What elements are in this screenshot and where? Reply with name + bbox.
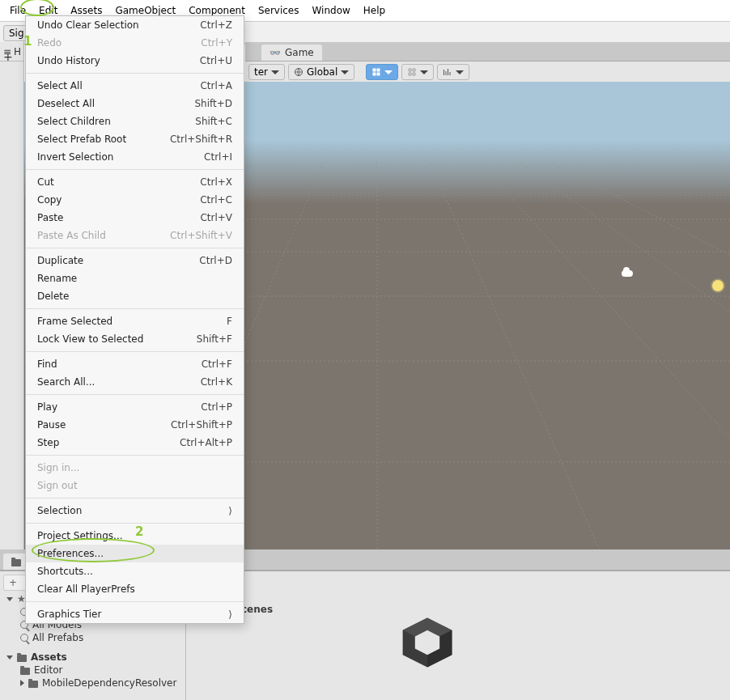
menu-item-rename[interactable]: Rename bbox=[26, 269, 244, 287]
folder-icon bbox=[28, 681, 38, 688]
assets-editor-folder[interactable]: Editor bbox=[3, 664, 182, 677]
menu-item-delete[interactable]: Delete bbox=[26, 287, 244, 305]
menu-item-select-prefab-root[interactable]: Select Prefab RootCtrl+Shift+R bbox=[26, 130, 244, 148]
snap-icon bbox=[407, 67, 417, 77]
project-content-area[interactable]: cenes bbox=[186, 571, 730, 700]
favorites-all-prefabs[interactable]: All Prefabs bbox=[3, 631, 182, 644]
menu-item-lock-view-to-selected[interactable]: Lock View to SelectedShift+F bbox=[26, 330, 244, 348]
folder-icon bbox=[17, 655, 27, 662]
menu-item-selection[interactable]: Selection⟩ bbox=[26, 502, 244, 520]
edit-menu-popup: Undo Clear SelectionCtrl+ZRedoCtrl+YUndo… bbox=[25, 15, 244, 624]
menu-item-paste-as-child: Paste As ChildCtrl+Shift+V bbox=[26, 227, 244, 244]
toolbar-grid-button[interactable] bbox=[366, 64, 398, 80]
search-icon bbox=[20, 634, 28, 642]
svg-line-19 bbox=[520, 163, 730, 571]
menu-separator bbox=[26, 351, 244, 352]
scene-toolbar: ter Global bbox=[245, 62, 730, 83]
menu-item-sign-out: Sign out bbox=[26, 477, 244, 494]
folder-icon bbox=[11, 559, 21, 566]
unity-asset-icon[interactable] bbox=[397, 612, 458, 673]
globe-icon bbox=[294, 67, 303, 77]
hierarchy-panel-edge: ≡H bbox=[0, 42, 24, 580]
menu-item-pause[interactable]: PauseCtrl+Shift+P bbox=[26, 416, 244, 434]
scene-tabs: 👓 Game bbox=[245, 42, 730, 62]
svg-rect-4 bbox=[377, 72, 380, 75]
increment-icon bbox=[443, 67, 452, 77]
svg-line-21 bbox=[552, 163, 730, 571]
menu-separator bbox=[26, 248, 244, 248]
menu-separator bbox=[26, 394, 244, 395]
menu-separator bbox=[26, 169, 244, 170]
svg-rect-2 bbox=[377, 68, 380, 71]
toolbar-increment-button[interactable] bbox=[437, 64, 469, 80]
toolbar-global-dropdown[interactable]: Global bbox=[288, 64, 354, 80]
menu-separator bbox=[26, 73, 244, 74]
menu-item-preferences[interactable]: Preferences... bbox=[26, 545, 244, 562]
menu-separator bbox=[26, 308, 244, 309]
menu-item-frame-selected[interactable]: Frame SelectedF bbox=[26, 312, 244, 330]
svg-rect-3 bbox=[373, 72, 376, 75]
menu-item-invert-selection[interactable]: Invert SelectionCtrl+I bbox=[26, 148, 244, 166]
menu-item-paste[interactable]: PasteCtrl+V bbox=[26, 209, 244, 227]
menu-item-cut[interactable]: CutCtrl+X bbox=[26, 173, 244, 191]
menu-item-duplicate[interactable]: DuplicateCtrl+D bbox=[26, 252, 244, 269]
game-icon: 👓 bbox=[270, 48, 281, 58]
menu-separator bbox=[26, 498, 244, 498]
menu-item-select-all[interactable]: Select AllCtrl+A bbox=[26, 77, 244, 95]
svg-line-17 bbox=[479, 163, 730, 571]
menu-item-clear-all-playerprefs[interactable]: Clear All PlayerPrefs bbox=[26, 580, 244, 598]
svg-rect-1 bbox=[373, 68, 376, 71]
menu-item-deselect-all[interactable]: Deselect AllShift+D bbox=[26, 95, 244, 112]
menu-item-graphics-tier[interactable]: Graphics Tier⟩ bbox=[26, 605, 244, 623]
menu-item-redo: RedoCtrl+Y bbox=[26, 34, 244, 52]
menu-item-copy[interactable]: CopyCtrl+C bbox=[26, 191, 244, 209]
menu-item-undo-clear-selection[interactable]: Undo Clear SelectionCtrl+Z bbox=[26, 16, 244, 34]
scene-cloud-gizmo bbox=[622, 270, 633, 277]
menu-item-find[interactable]: FindCtrl+F bbox=[26, 355, 244, 373]
menu-item-select-children[interactable]: Select ChildrenShift+C bbox=[26, 112, 244, 130]
game-tab[interactable]: 👓 Game bbox=[261, 45, 322, 61]
assets-mdr-folder[interactable]: MobileDependencyResolver bbox=[3, 677, 182, 689]
menu-item-search-all[interactable]: Search All...Ctrl+K bbox=[26, 373, 244, 391]
content-path-fragment: cenes bbox=[241, 604, 273, 615]
menu-item-shortcuts[interactable]: Shortcuts... bbox=[26, 562, 244, 580]
svg-line-15 bbox=[431, 163, 609, 571]
grid-icon bbox=[371, 67, 381, 77]
menu-item-undo-history[interactable]: Undo HistoryCtrl+U bbox=[26, 52, 244, 70]
menu-services[interactable]: Services bbox=[252, 3, 306, 18]
folder-icon bbox=[20, 668, 30, 675]
menu-help[interactable]: Help bbox=[357, 3, 392, 18]
scene-light-gizmo bbox=[712, 280, 724, 291]
menu-item-sign-in: Sign in... bbox=[26, 459, 244, 477]
menu-separator bbox=[26, 455, 244, 456]
menu-item-play[interactable]: PlayCtrl+P bbox=[26, 398, 244, 416]
toolbar-ter-dropdown[interactable]: ter bbox=[248, 64, 285, 80]
menu-separator bbox=[26, 601, 244, 602]
toolbar-snap-button[interactable] bbox=[401, 64, 434, 80]
menu-window[interactable]: Window bbox=[306, 3, 357, 18]
menu-separator bbox=[26, 523, 244, 524]
menu-item-step[interactable]: StepCtrl+Alt+P bbox=[26, 434, 244, 452]
assets-folder[interactable]: Assets bbox=[3, 651, 182, 664]
menu-item-project-settings[interactable]: Project Settings... bbox=[26, 527, 244, 545]
